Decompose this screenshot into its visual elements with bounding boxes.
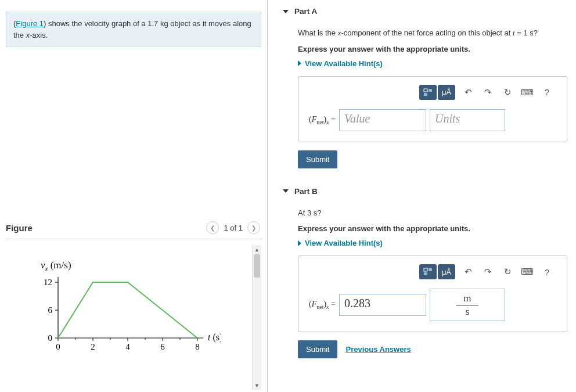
part-b-header[interactable]: Part B: [278, 180, 567, 203]
part-a-units-input[interactable]: Units: [430, 109, 505, 131]
xtick-4: 4: [125, 342, 130, 351]
part-a-question: What is the x-component of the net force…: [298, 27, 567, 39]
previous-answers-link[interactable]: Previous Answers: [345, 345, 411, 354]
keyboard-button[interactable]: ⌨: [520, 85, 534, 99]
problem-statement: (Figure 1) shows the velocity graph of a…: [6, 12, 261, 47]
xtick-8: 8: [195, 342, 200, 351]
reset-button[interactable]: ↻: [501, 85, 514, 99]
xtick-2: 2: [91, 342, 95, 351]
units-button[interactable]: μÅ: [438, 264, 455, 279]
template-button[interactable]: [419, 264, 437, 279]
caret-down-icon: [283, 10, 289, 13]
x-axis-label: t (s): [208, 332, 221, 343]
svg-rect-12: [424, 89, 427, 92]
undo-button[interactable]: ↶: [461, 85, 475, 99]
part-b-title: Part B: [294, 187, 318, 196]
redo-button[interactable]: ↷: [481, 85, 495, 99]
ytick-12: 12: [44, 278, 52, 287]
text: ) shows the velocity graph of a 1.7 kg o…: [13, 19, 251, 39]
xtick-0: 0: [56, 342, 60, 351]
redo-button[interactable]: ↷: [481, 265, 495, 279]
part-b-instruction: Express your answer with the appropriate…: [298, 224, 567, 233]
caret-right-icon: [298, 240, 301, 246]
part-b-hints-link[interactable]: View Available Hint(s): [298, 239, 567, 247]
svg-rect-14: [424, 93, 427, 96]
fnet-label: (Fnet)x =: [309, 300, 336, 310]
figure-header: Figure ❮ 1 of 1 ❯: [6, 221, 261, 239]
chart-svg: vx (m/s) 0 6 12: [23, 257, 221, 367]
figure-pager: ❮ 1 of 1 ❯: [206, 221, 260, 234]
svg-rect-13: [429, 89, 432, 92]
y-axis-label: vx (m/s): [41, 260, 71, 272]
answer-toolbar: μÅ ↶ ↷ ↻ ⌨ ?: [309, 85, 556, 100]
keyboard-button[interactable]: ⌨: [520, 265, 534, 279]
figure-link[interactable]: Figure 1: [16, 19, 44, 28]
units-button[interactable]: μÅ: [438, 85, 455, 100]
caret-right-icon: [298, 60, 301, 66]
part-b-value-input[interactable]: 0.283: [339, 294, 426, 316]
divider: [6, 239, 261, 239]
figure-title: Figure: [6, 223, 33, 233]
part-a-instruction: Express your answer with the appropriate…: [298, 45, 567, 53]
hints-text: View Available Hint(s): [305, 239, 383, 247]
part-a-header[interactable]: Part A: [278, 0, 567, 23]
part-b-answer-box: μÅ ↶ ↷ ↻ ⌨ ? (Fnet)x = 0.283 m s: [298, 256, 567, 332]
part-b-submit-button[interactable]: Submit: [298, 340, 337, 358]
velocity-chart: vx (m/s) 0 6 12: [6, 245, 252, 390]
svg-rect-16: [429, 268, 432, 271]
help-button[interactable]: ?: [540, 85, 554, 99]
part-b-units-input[interactable]: m s: [430, 289, 505, 321]
unit-denominator: s: [466, 305, 470, 318]
undo-button[interactable]: ↶: [461, 265, 475, 279]
svg-rect-15: [424, 268, 427, 271]
fnet-label: (Fnet)x =: [309, 115, 336, 125]
help-button[interactable]: ?: [540, 265, 554, 279]
part-a-hints-link[interactable]: View Available Hint(s): [298, 59, 567, 68]
part-a-title: Part A: [294, 7, 317, 16]
pager-text: 1 of 1: [224, 224, 243, 232]
next-figure-button[interactable]: ❯: [247, 221, 260, 234]
answer-toolbar: μÅ ↶ ↷ ↻ ⌨ ?: [309, 264, 556, 279]
prev-figure-button[interactable]: ❮: [206, 221, 219, 234]
ytick-6: 6: [48, 305, 53, 315]
ytick-0: 0: [48, 333, 53, 343]
template-button[interactable]: [419, 85, 437, 100]
scroll-down-icon[interactable]: ▼: [253, 381, 261, 390]
hints-text: View Available Hint(s): [305, 59, 383, 68]
part-a-value-input[interactable]: Value: [339, 109, 426, 131]
svg-rect-17: [424, 272, 427, 275]
figure-scrollbar[interactable]: ▲ ▼: [252, 245, 261, 390]
text: -axis.: [30, 31, 48, 39]
scroll-up-icon[interactable]: ▲: [253, 245, 261, 254]
reset-button[interactable]: ↻: [501, 265, 514, 279]
scroll-thumb[interactable]: [254, 254, 260, 278]
part-b-question: At 3 s?: [298, 207, 567, 219]
unit-numerator: m: [456, 293, 478, 305]
data-line: [58, 282, 197, 338]
caret-down-icon: [283, 189, 289, 193]
part-a-submit-button[interactable]: Submit: [298, 150, 337, 168]
part-a-answer-box: μÅ ↶ ↷ ↻ ⌨ ? (Fnet)x = Value Units: [298, 76, 567, 142]
xtick-6: 6: [160, 342, 165, 351]
